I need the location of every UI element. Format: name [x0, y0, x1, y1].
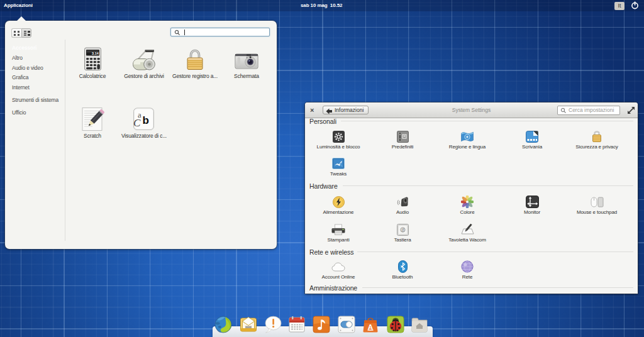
svg-text:3.14: 3.14	[92, 52, 99, 55]
svg-text:A: A	[368, 323, 373, 331]
svg-text:C: C	[133, 117, 141, 129]
svg-text:b: b	[143, 114, 149, 126]
